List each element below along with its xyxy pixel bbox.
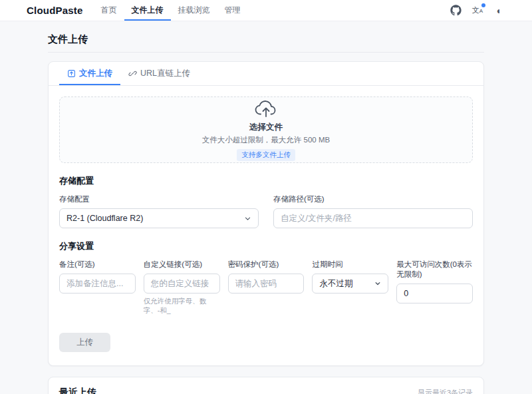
main-nav: 首页 文件上传 挂载浏览 管理	[94, 0, 248, 21]
storage-path-input[interactable]	[273, 208, 473, 228]
max-views-input[interactable]	[396, 284, 473, 303]
nav-item-file-upload[interactable]: 文件上传	[124, 1, 171, 21]
multi-file-badge: 支持多文件上传	[237, 149, 295, 161]
recent-uploads-card: 最近上传 显示最近3条记录 文件名 文件大小 类型 剩余次数 密码 创建时间 操…	[48, 377, 484, 394]
custom-link-hint: 仅允许使用字母、数字、-和_	[144, 297, 220, 315]
password-input[interactable]	[228, 274, 305, 294]
upload-icon	[67, 69, 76, 78]
nav-item-admin[interactable]: 管理	[217, 1, 248, 21]
uploader-card: 文件上传 URL直链上传 选择文件 文件大小超过限制，最大允许 500 MB 支…	[48, 61, 484, 366]
page-title: 文件上传	[48, 33, 484, 46]
share-section-title: 分享设置	[59, 240, 473, 252]
nav-item-mount-browse[interactable]: 挂载浏览	[171, 1, 217, 21]
upload-tabs: 文件上传 URL直链上传	[49, 62, 483, 86]
expire-select[interactable]: 永不过期	[312, 274, 388, 294]
dropzone-title: 选择文件	[249, 122, 283, 133]
storage-section-title: 存储配置	[59, 175, 473, 187]
expire-label: 过期时间	[312, 260, 388, 270]
recent-uploads-subtitle: 显示最近3条记录	[418, 388, 473, 394]
upload-button[interactable]: 上传	[59, 333, 110, 352]
chevron-down-icon	[244, 215, 251, 222]
dropzone-size-hint: 文件大小超过限制，最大允许 500 MB	[202, 135, 330, 145]
language-toggle-icon[interactable]: 文A	[471, 5, 483, 17]
title-divider	[48, 52, 484, 53]
storage-config-label: 存储配置	[59, 194, 259, 204]
link-icon	[128, 69, 137, 78]
custom-link-label: 自定义链接(可选)	[144, 260, 220, 270]
chevron-down-icon	[374, 280, 381, 287]
github-icon[interactable]	[450, 5, 462, 17]
storage-config-select[interactable]: R2-1 (Cloudflare R2)	[59, 208, 259, 228]
notification-dot	[481, 3, 485, 7]
note-input[interactable]	[59, 274, 136, 294]
top-bar: CloudPaste 首页 文件上传 挂载浏览 管理 文A ◐	[0, 0, 532, 21]
note-label: 备注(可选)	[59, 260, 136, 270]
max-views-label: 最大可访问次数(0表示无限制)	[396, 260, 473, 280]
recent-uploads-title: 最近上传	[59, 387, 96, 394]
storage-path-label: 存储路径(可选)	[273, 194, 473, 204]
custom-link-input[interactable]	[144, 274, 220, 294]
password-label: 密码保护(可选)	[228, 260, 305, 270]
tab-file-upload[interactable]: 文件上传	[59, 62, 120, 85]
nav-item-home[interactable]: 首页	[94, 1, 124, 21]
app-logo: CloudPaste	[27, 5, 83, 16]
file-dropzone[interactable]: 选择文件 文件大小超过限制，最大允许 500 MB 支持多文件上传	[59, 97, 473, 163]
theme-toggle-icon[interactable]: ◐	[493, 5, 505, 17]
tab-url-upload[interactable]: URL直链上传	[120, 62, 198, 85]
cloud-upload-icon	[254, 98, 278, 118]
